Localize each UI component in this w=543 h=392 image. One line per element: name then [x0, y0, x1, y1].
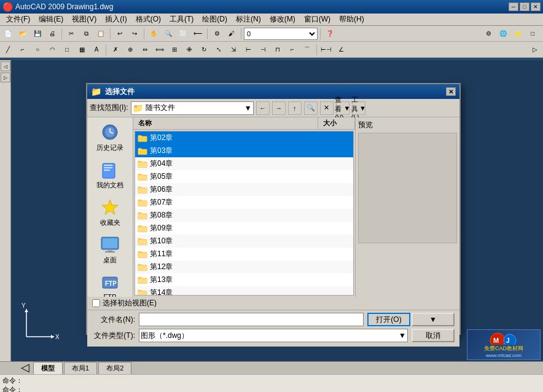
left-btn-2[interactable]: ▷	[1, 73, 10, 82]
sidebar-ftp[interactable]: FTP FTP	[90, 270, 130, 297]
copy-button[interactable]: ⧉	[79, 27, 93, 41]
file-list-item[interactable]: 第04章	[135, 157, 353, 170]
file-list-item[interactable]: 第02章	[135, 131, 353, 144]
tab-model[interactable]: 模型	[33, 362, 63, 374]
move-tool[interactable]: ✙	[182, 43, 196, 57]
array-tool[interactable]: ⊞	[168, 43, 181, 57]
new-button[interactable]: 📄	[1, 27, 15, 41]
zoom-prev[interactable]: ⟵	[191, 27, 205, 41]
sidebar-favorites[interactable]: 收藏夹	[90, 195, 130, 230]
cancel-button[interactable]: 取消	[412, 329, 455, 342]
nav-forward-button[interactable]: →	[272, 101, 286, 115]
right-extra[interactable]: ▷	[528, 43, 542, 57]
file-list-item[interactable]: 第03章	[135, 144, 353, 157]
tools-button[interactable]: 工具(L) ▼	[352, 101, 365, 115]
extra-btn2[interactable]: 🌐	[496, 27, 510, 41]
cut-button[interactable]: ✂	[64, 27, 78, 41]
initial-view-label[interactable]: 选择初始视图(E)	[103, 298, 157, 308]
rotate-tool[interactable]: ↻	[197, 43, 211, 57]
search-button[interactable]: 🔍	[304, 101, 318, 115]
chamfer-tool[interactable]: ⌐	[286, 43, 299, 57]
close-button[interactable]: ✕	[531, 2, 541, 11]
dialog-close-button[interactable]: ✕	[446, 87, 456, 96]
properties-button[interactable]: ⚙	[210, 27, 224, 41]
zoom-window[interactable]: ⬜	[176, 27, 190, 41]
menu-view[interactable]: 视图(V)	[68, 13, 100, 26]
layer-combo[interactable]: 0	[244, 28, 318, 40]
minimize-button[interactable]: ─	[509, 2, 518, 11]
initial-view-checkbox[interactable]	[92, 299, 100, 307]
filetype-combo[interactable]: 图形（*.dwg） ▼	[139, 329, 408, 342]
view-button[interactable]: 查看(V) ▼	[336, 101, 350, 115]
menu-dim[interactable]: 标注(N)	[232, 13, 265, 26]
open-button[interactable]: 打开(O)	[367, 313, 410, 326]
file-list-scroll[interactable]: 第02章 第03章 第04章 第05章 第06章 第07章 第08章 第09章 …	[135, 131, 354, 296]
circle-tool[interactable]: ○	[31, 43, 44, 57]
open-button[interactable]: 📂	[16, 27, 29, 41]
look-in-combo[interactable]: 📁 随书文件 ▼	[131, 101, 254, 115]
save-button[interactable]: 💾	[31, 27, 44, 41]
scale-tool[interactable]: ⤡	[212, 43, 225, 57]
polyline-tool[interactable]: ⌐	[16, 43, 29, 57]
nav-back-button[interactable]: ←	[256, 101, 270, 115]
extra-btn4[interactable]: □	[526, 27, 539, 41]
erase-tool[interactable]: ✗	[109, 43, 122, 57]
menu-edit[interactable]: 编辑(E)	[35, 13, 67, 26]
delete-button[interactable]: ✕	[320, 101, 334, 115]
tab-layout1[interactable]: 布局1	[64, 362, 97, 374]
rect-tool[interactable]: □	[60, 43, 74, 57]
menu-modify[interactable]: 修改(M)	[266, 13, 299, 26]
undo-button[interactable]: ↩	[113, 27, 127, 41]
offset-tool[interactable]: ⟺	[153, 43, 166, 57]
file-list-item[interactable]: 第14章	[135, 286, 353, 296]
sidebar-desktop[interactable]: 桌面	[90, 232, 130, 267]
mirror-tool[interactable]: ⇔	[138, 43, 152, 57]
menu-help[interactable]: 帮助(H)	[335, 13, 368, 26]
dim-angle[interactable]: ∠	[334, 43, 348, 57]
pan-button[interactable]: ✋	[147, 27, 160, 41]
sidebar-mydocs[interactable]: 我的文档	[90, 157, 130, 192]
trim-tool[interactable]: ⊢	[241, 43, 255, 57]
text-tool[interactable]: A	[90, 43, 103, 57]
redo-button[interactable]: ↪	[128, 27, 141, 41]
extra-btn1[interactable]: ⚙	[482, 27, 495, 41]
menu-insert[interactable]: 插入(I)	[101, 13, 130, 26]
fillet-tool[interactable]: ⌒	[300, 43, 314, 57]
dim-linear[interactable]: ⊢⊣	[319, 43, 333, 57]
filename-input[interactable]	[139, 313, 364, 326]
zoom-button[interactable]: 🔍	[162, 27, 175, 41]
menu-draw[interactable]: 绘图(D)	[198, 13, 231, 26]
paste-button[interactable]: 📋	[94, 27, 107, 41]
matchprop-button[interactable]: 🖌	[225, 27, 238, 41]
extra-btn3[interactable]: ⭐	[511, 27, 525, 41]
arc-tool[interactable]: ◠	[45, 43, 59, 57]
nav-up-button[interactable]: ↑	[288, 101, 302, 115]
file-list-item[interactable]: 第09章	[135, 222, 353, 235]
help-button[interactable]: ❓	[323, 27, 337, 41]
file-list-item[interactable]: 第12章	[135, 261, 353, 273]
sidebar-history[interactable]: 历史记录	[90, 120, 130, 155]
file-list-item[interactable]: 第10章	[135, 235, 353, 248]
copy-tool[interactable]: ⊕	[123, 43, 137, 57]
break-tool[interactable]: ⊓	[271, 43, 284, 57]
menu-format[interactable]: 格式(O)	[132, 13, 165, 26]
restore-button[interactable]: □	[520, 2, 529, 11]
menu-window[interactable]: 窗口(W)	[300, 13, 334, 26]
file-list-item[interactable]: 第13章	[135, 273, 353, 286]
file-list-item[interactable]: 第05章	[135, 170, 353, 183]
tab-arrow-left[interactable]: ◁	[18, 361, 32, 374]
menu-tools[interactable]: 工具(T)	[166, 13, 197, 26]
file-list-item[interactable]: 第06章	[135, 183, 353, 196]
print-button[interactable]: 🖨	[45, 27, 59, 41]
menu-file[interactable]: 文件(F)	[2, 13, 34, 26]
open-dropdown-button[interactable]: ▼	[412, 313, 455, 326]
hatch-tool[interactable]: ▦	[75, 43, 88, 57]
file-list-item[interactable]: 第11章	[135, 248, 353, 261]
tab-layout2[interactable]: 布局2	[98, 362, 131, 374]
file-list-item[interactable]: 第08章	[135, 209, 353, 222]
file-list-item[interactable]: 第07章	[135, 196, 353, 209]
extend-tool[interactable]: ⊣	[256, 43, 270, 57]
stretch-tool[interactable]: ⇲	[227, 43, 240, 57]
line-tool[interactable]: ╱	[1, 43, 15, 57]
left-btn-1[interactable]: ◁	[1, 61, 10, 71]
